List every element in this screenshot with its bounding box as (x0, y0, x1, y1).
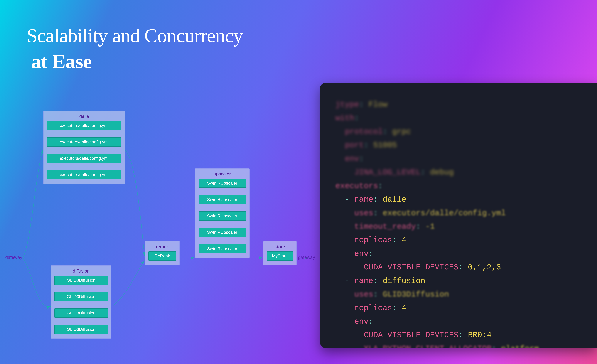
executor-chip: GLID3Diffusion (55, 292, 108, 301)
executor-chip: executors/dalle/config.yml (47, 121, 121, 130)
executor-chip: MyStore (267, 252, 293, 261)
page-heading: Scalability and Concurrency at Ease (27, 24, 243, 73)
group-title: dalle (47, 114, 121, 119)
executor-chip: GLID3Diffusion (55, 276, 108, 285)
gateway-label-right: gateway (298, 255, 315, 260)
node-group-store: store MyStore (263, 241, 297, 265)
executor-chip: SwinIRUpscaler (198, 195, 246, 204)
group-title: store (267, 244, 293, 249)
executor-chip: SwinIRUpscaler (198, 244, 246, 253)
heading-line2: at Ease (31, 50, 243, 73)
flow-diagram: gateway gateway dalle executors/dalle/co… (5, 111, 309, 364)
group-title: upscaler (198, 171, 246, 176)
executor-chip: GLID3Diffusion (55, 325, 108, 334)
heading-line1: Scalability and Concurrency (27, 24, 243, 47)
executor-chip: GLID3Diffusion (55, 309, 108, 317)
group-title: diffusion (55, 269, 108, 274)
yaml-code: jtype: Flowwith: protocol: grpc port: 51… (335, 98, 597, 348)
gateway-label-left: gateway (5, 255, 22, 260)
code-panel: jtype: Flowwith: protocol: grpc port: 51… (320, 83, 597, 348)
executor-chip: SwinIRUpscaler (198, 179, 246, 188)
executor-chip: executors/dalle/config.yml (47, 137, 121, 147)
node-group-upscaler: upscaler SwinIRUpscaler SwinIRUpscaler S… (195, 168, 250, 258)
executor-chip: SwinIRUpscaler (198, 211, 246, 221)
executor-chip: executors/dalle/config.yml (47, 170, 121, 179)
node-group-dalle: dalle executors/dalle/config.yml executo… (43, 111, 125, 184)
executor-chip: ReRank (149, 252, 176, 261)
executor-chip: SwinIRUpscaler (198, 228, 246, 237)
node-group-diffusion: diffusion GLID3Diffusion GLID3Diffusion … (51, 265, 111, 339)
executor-chip: executors/dalle/config.yml (47, 154, 121, 163)
group-title: rerank (149, 244, 176, 249)
node-group-rerank: rerank ReRank (145, 241, 180, 265)
